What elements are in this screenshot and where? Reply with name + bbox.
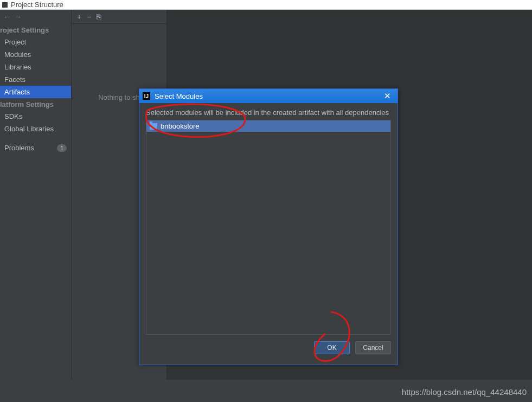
- ok-button[interactable]: OK: [314, 341, 350, 354]
- sidebar: ← → roject Settings Project Modules Libr…: [0, 10, 72, 380]
- dialog-body: Selected modules will be included in the…: [139, 103, 398, 335]
- list-item[interactable]: bnbookstore: [146, 120, 390, 132]
- module-name: bnbookstore: [161, 122, 200, 130]
- section-header-project-settings: roject Settings: [0, 24, 71, 36]
- sidebar-item-problems[interactable]: Problems 1: [0, 142, 71, 154]
- window-icon: [2, 2, 8, 8]
- dialog-title: Select Modules: [155, 92, 203, 100]
- sidebar-item-libraries[interactable]: Libraries: [0, 61, 71, 73]
- cancel-button[interactable]: Cancel: [355, 341, 391, 354]
- window-title: Project Structure: [11, 1, 63, 9]
- window-titlebar: Project Structure: [0, 0, 532, 10]
- select-modules-dialog: IJ Select Modules ✕ Selected modules wil…: [139, 88, 398, 365]
- problems-label: Problems: [4, 144, 34, 152]
- add-icon[interactable]: +: [77, 12, 81, 21]
- section-header-platform-settings: latform Settings: [0, 98, 71, 110]
- remove-icon[interactable]: −: [87, 12, 91, 21]
- dialog-buttons: OK Cancel: [139, 335, 398, 361]
- module-icon: [150, 123, 157, 130]
- copy-icon[interactable]: ⎘: [97, 12, 101, 21]
- sidebar-item-facets[interactable]: Facets: [0, 73, 71, 86]
- dialog-info-text: Selected modules will be included in the…: [146, 109, 391, 117]
- sidebar-item-artifacts[interactable]: Artifacts: [0, 86, 71, 98]
- nav-bar: ← →: [0, 10, 71, 24]
- sidebar-item-global-libraries[interactable]: Global Libraries: [0, 123, 71, 135]
- dialog-titlebar: IJ Select Modules ✕: [139, 89, 398, 103]
- forward-icon[interactable]: →: [14, 12, 22, 21]
- back-icon[interactable]: ←: [3, 12, 11, 21]
- dialog-icon: IJ: [143, 92, 150, 100]
- close-icon[interactable]: ✕: [381, 91, 394, 101]
- artifacts-toolbar: + − ⎘: [72, 10, 166, 24]
- modules-listbox[interactable]: bnbookstore: [146, 120, 391, 335]
- watermark-text: https://blog.csdn.net/qq_44248440: [402, 387, 527, 397]
- problems-count-badge: 1: [57, 144, 67, 152]
- sidebar-item-sdks[interactable]: SDKs: [0, 110, 71, 123]
- sidebar-item-project[interactable]: Project: [0, 36, 71, 48]
- sidebar-item-modules[interactable]: Modules: [0, 48, 71, 61]
